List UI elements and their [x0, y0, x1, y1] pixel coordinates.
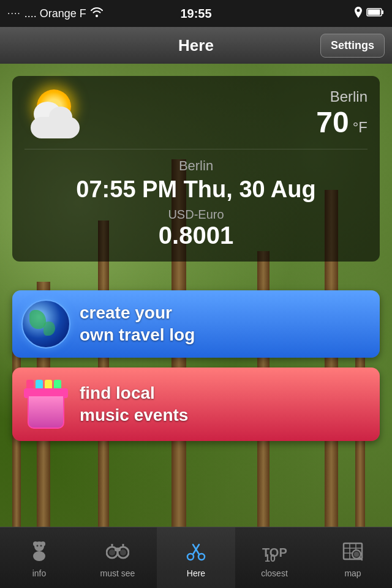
- wifi-icon: [90, 7, 104, 20]
- svg-rect-13: [115, 548, 121, 551]
- main-content: Berlin 70 °F Berlin 07:55 PM Thu, 30 Aug…: [0, 64, 392, 527]
- settings-button[interactable]: Settings: [320, 34, 385, 58]
- svg-point-28: [354, 552, 359, 557]
- tab-here-label: Here: [187, 568, 205, 578]
- music-events-button[interactable]: find localmusic events: [12, 368, 380, 441]
- weather-city: Berlin: [316, 88, 368, 105]
- travel-log-button[interactable]: create yourown travel log: [12, 290, 380, 358]
- weather-info: Berlin 70 °F: [316, 88, 368, 139]
- status-bar: ···· .... Orange F 19:55: [0, 0, 392, 27]
- info-icon: [26, 538, 53, 565]
- tab-info-label: info: [32, 568, 47, 578]
- battery-icon: [366, 7, 385, 20]
- tab-info[interactable]: info: [0, 527, 78, 588]
- carrier-info: ···· .... Orange F: [7, 7, 104, 20]
- travel-log-text: create yourown travel log: [80, 302, 195, 347]
- svg-text:10: 10: [265, 553, 276, 562]
- temperature: 70: [316, 105, 349, 139]
- svg-point-11: [109, 549, 115, 556]
- weather-bottom: Berlin 07:55 PM Thu, 30 Aug USD-Euro 0.8…: [24, 149, 368, 249]
- weather-top: Berlin 70 °F: [24, 88, 368, 139]
- svg-point-12: [120, 549, 126, 556]
- currency-label: USD-Euro: [24, 208, 368, 222]
- tab-closest-label: closest: [261, 568, 288, 578]
- currency-value: 0.8001: [24, 222, 368, 249]
- globe-icon: [12, 290, 80, 358]
- tab-bar: info must see He: [0, 527, 392, 588]
- weather-icon: [24, 89, 98, 138]
- tab-map[interactable]: map: [314, 527, 392, 588]
- carrier-name: .... Orange F: [24, 7, 86, 20]
- nav-title: Here: [178, 36, 214, 55]
- map-icon: [339, 538, 366, 565]
- music-bucket: [21, 380, 70, 429]
- binoculars-icon: [104, 538, 131, 565]
- weather-widget: Berlin 70 °F Berlin 07:55 PM Thu, 30 Aug…: [12, 76, 380, 262]
- status-icons: [354, 7, 385, 21]
- temp-unit: °F: [353, 119, 368, 136]
- status-time: 19:55: [180, 7, 211, 21]
- tab-must-see-label: must see: [100, 568, 135, 578]
- tab-here[interactable]: Here: [157, 527, 235, 588]
- svg-point-8: [40, 545, 42, 546]
- datetime: 07:55 PM Thu, 30 Aug: [24, 176, 368, 203]
- nav-bar: Here Settings: [0, 27, 392, 64]
- music-icon: [12, 368, 80, 441]
- cloud-icon: [24, 108, 86, 138]
- signal-dots: ····: [7, 8, 21, 19]
- top10-icon: TOP 10: [261, 538, 288, 565]
- tab-closest[interactable]: TOP 10 closest: [235, 527, 314, 588]
- tab-must-see[interactable]: must see: [78, 527, 157, 588]
- svg-point-6: [33, 551, 45, 561]
- weather-city-time: Berlin: [24, 158, 368, 174]
- location-icon: [354, 7, 363, 21]
- globe-sphere: [21, 300, 70, 349]
- svg-rect-2: [368, 9, 380, 15]
- scissors-icon: [183, 538, 209, 565]
- svg-rect-1: [382, 10, 383, 14]
- tab-map-label: map: [344, 568, 361, 578]
- music-events-text: find localmusic events: [80, 382, 188, 427]
- svg-point-7: [37, 545, 39, 546]
